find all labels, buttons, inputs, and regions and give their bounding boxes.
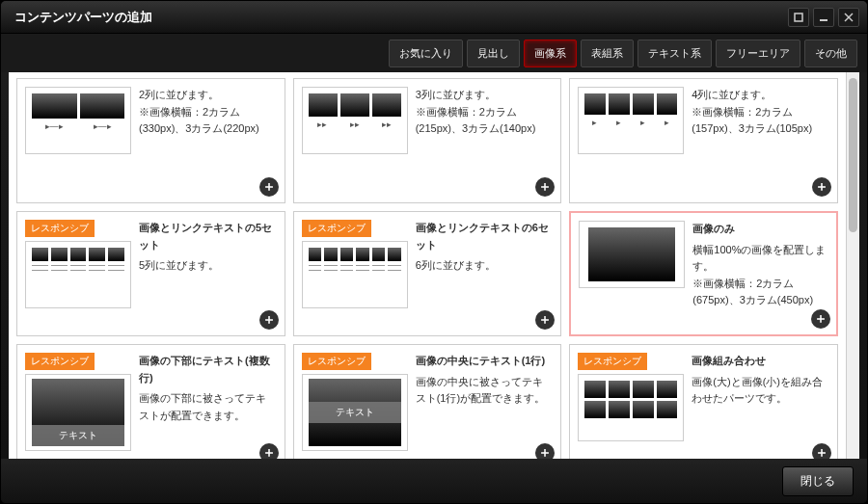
content-body: ▸—▸▸—▸2列に並びます。※画像横幅：2カラム(330px)、3カラム(220… <box>9 72 859 459</box>
part-card[interactable]: レスポンシブテキスト画像の下部にテキスト(複数行)画像の下部に被さってテキストが… <box>16 344 285 459</box>
part-card[interactable]: レスポンシブ画像とリンクテキストの6セット6列に並びます。＋ <box>293 211 562 336</box>
tab-6[interactable]: その他 <box>804 40 857 67</box>
plus-icon: ＋ <box>262 311 276 329</box>
responsive-badge: レスポンシブ <box>578 353 647 370</box>
close-button[interactable]: 閉じる <box>782 466 854 496</box>
plus-icon: ＋ <box>538 311 552 329</box>
window-title: コンテンツパーツの追加 <box>14 9 152 26</box>
tab-1[interactable]: 見出し <box>467 40 520 67</box>
close-icon <box>844 13 854 22</box>
titlebar: コンテンツパーツの追加 <box>1 1 867 34</box>
tab-4[interactable]: テキスト系 <box>637 40 712 67</box>
scrollbar-thumb[interactable] <box>849 78 857 232</box>
card-description: 画像の中央にテキスト(1行)画像の中央に被さってテキスト(1行)が配置できます。 <box>416 353 554 459</box>
add-button[interactable]: ＋ <box>259 443 279 459</box>
thumbnail <box>302 241 408 308</box>
part-card[interactable]: ▸▸▸▸▸▸3列に並びます。※画像横幅：2カラム(215px)、3カラム(140… <box>293 78 562 203</box>
part-card[interactable]: レスポンシブ画像とリンクテキストの5セット5列に並びます。＋ <box>16 211 285 336</box>
card-title: 画像組み合わせ <box>692 353 829 370</box>
close-window-button[interactable] <box>838 8 859 27</box>
part-card[interactable]: レスポンシブ画像組み合わせ画像(大)と画像(小)を組み合わせたパーツです。＋ <box>569 344 838 459</box>
plus-icon: ＋ <box>262 444 276 459</box>
plus-icon: ＋ <box>815 444 828 459</box>
maximize-button[interactable] <box>788 8 809 27</box>
part-card[interactable]: レスポンシブテキスト画像の中央にテキスト(1行)画像の中央に被さってテキスト(1… <box>293 344 562 459</box>
thumbnail <box>579 221 685 288</box>
add-button[interactable]: ＋ <box>811 309 830 329</box>
thumbnail: テキスト <box>302 374 408 451</box>
minimize-icon <box>819 13 828 22</box>
card-title: 画像の下部にテキスト(複数行) <box>139 353 277 386</box>
add-button[interactable]: ＋ <box>259 310 279 330</box>
card-description: 2列に並びます。※画像横幅：2カラム(330px)、3カラム(220px) <box>139 87 277 195</box>
plus-icon: ＋ <box>815 178 828 196</box>
card-description: 3列に並びます。※画像横幅：2カラム(215px)、3カラム(140px) <box>416 87 554 195</box>
card-scroll-area[interactable]: ▸—▸▸—▸2列に並びます。※画像横幅：2カラム(330px)、3カラム(220… <box>9 72 846 459</box>
card-title: 画像の中央にテキスト(1行) <box>416 353 554 370</box>
add-button[interactable]: ＋ <box>812 443 831 459</box>
add-button[interactable]: ＋ <box>535 443 555 459</box>
dialog-window: コンテンツパーツの追加 お気に入り見出し画像系表組系テキスト系フリーエリアその他… <box>0 0 868 504</box>
plus-icon: ＋ <box>538 444 552 459</box>
add-button[interactable]: ＋ <box>812 177 831 197</box>
part-card[interactable]: ▸▸▸▸4列に並びます。※画像横幅：2カラム(157px)、3カラム(105px… <box>569 78 838 203</box>
card-description: 画像とリンクテキストの5セット5列に並びます。 <box>139 220 277 328</box>
part-card[interactable]: ▸—▸▸—▸2列に並びます。※画像横幅：2カラム(330px)、3カラム(220… <box>16 78 285 203</box>
responsive-badge: レスポンシブ <box>302 353 371 370</box>
scrollbar[interactable] <box>846 72 859 459</box>
card-description: 画像組み合わせ画像(大)と画像(小)を組み合わせたパーツです。 <box>692 353 829 459</box>
card-description: 画像とリンクテキストの6セット6列に並びます。 <box>416 220 554 328</box>
card-description: 4列に並びます。※画像横幅：2カラム(157px)、3カラム(105px) <box>692 87 829 195</box>
tab-3[interactable]: 表組系 <box>581 40 634 67</box>
tab-0[interactable]: お気に入り <box>389 40 463 67</box>
category-tabs: お気に入り見出し画像系表組系テキスト系フリーエリアその他 <box>1 34 867 72</box>
tab-2[interactable]: 画像系 <box>524 40 577 67</box>
card-title: 画像のみ <box>692 221 828 238</box>
dialog-footer: 閉じる <box>1 459 867 503</box>
card-grid: ▸—▸▸—▸2列に並びます。※画像横幅：2カラム(330px)、3カラム(220… <box>16 78 838 459</box>
svg-rect-0 <box>795 13 802 21</box>
tab-5[interactable]: フリーエリア <box>716 40 800 67</box>
card-title: 画像とリンクテキストの5セット <box>139 220 277 253</box>
plus-icon: ＋ <box>814 310 827 328</box>
maximize-icon <box>794 13 803 22</box>
responsive-badge: レスポンシブ <box>25 220 95 237</box>
minimize-button[interactable] <box>813 8 834 27</box>
thumbnail: テキスト <box>25 374 131 451</box>
card-description: 画像のみ横幅100%の画像を配置します。※画像横幅：2カラム(675px)、3カ… <box>692 221 828 327</box>
card-title: 画像とリンクテキストの6セット <box>416 220 554 253</box>
card-description: 画像の下部にテキスト(複数行)画像の下部に被さってテキストが配置できます。 <box>139 353 277 459</box>
responsive-badge: レスポンシブ <box>302 220 371 237</box>
add-button[interactable]: ＋ <box>259 177 279 197</box>
thumbnail: ▸▸▸▸ <box>578 87 684 154</box>
thumbnail: ▸▸▸▸▸▸ <box>302 87 408 154</box>
thumbnail <box>25 241 131 308</box>
plus-icon: ＋ <box>262 178 276 196</box>
plus-icon: ＋ <box>538 178 552 196</box>
thumbnail <box>578 374 684 441</box>
thumbnail: ▸—▸▸—▸ <box>25 87 131 154</box>
part-card[interactable]: 画像のみ横幅100%の画像を配置します。※画像横幅：2カラム(675px)、3カ… <box>569 211 838 336</box>
responsive-badge: レスポンシブ <box>25 353 95 370</box>
